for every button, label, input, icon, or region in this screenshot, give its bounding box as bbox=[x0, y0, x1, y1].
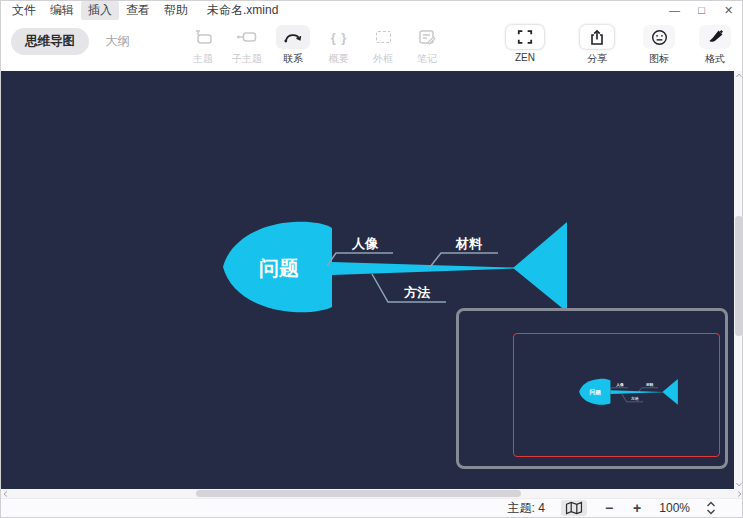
menu-help[interactable]: 帮助 bbox=[157, 1, 195, 20]
smiley-icon bbox=[643, 25, 675, 49]
boundary-label: 外框 bbox=[373, 52, 393, 66]
scroll-up-icon[interactable] bbox=[736, 73, 742, 78]
menu-bar: 文件 编辑 插入 查看 帮助 未命名.xmind — □ ✕ bbox=[1, 1, 742, 20]
toolbar: 思维导图 大纲 主题 子主题 bbox=[1, 20, 742, 71]
boundary-button: 外框 bbox=[361, 25, 405, 66]
mindmap-canvas[interactable]: 问题 人像 材料 方法 bbox=[1, 71, 734, 489]
summary-button: { } 概要 bbox=[317, 25, 361, 66]
root-topic-label[interactable]: 问题 bbox=[259, 257, 299, 279]
menu-file[interactable]: 文件 bbox=[5, 1, 43, 20]
share-button[interactable]: 分享 bbox=[575, 25, 619, 66]
maximize-button[interactable]: □ bbox=[688, 1, 715, 20]
subtopic-label: 子主题 bbox=[232, 52, 262, 66]
scroll-left-icon[interactable] bbox=[3, 491, 8, 497]
zen-label: ZEN bbox=[515, 52, 535, 63]
topic-icon bbox=[189, 25, 217, 49]
format-button[interactable]: 格式 bbox=[693, 25, 737, 66]
icons-label: 图标 bbox=[649, 52, 669, 66]
share-label: 分享 bbox=[587, 52, 607, 66]
xmind-window: 文件 编辑 插入 查看 帮助 未命名.xmind — □ ✕ 思维导图 大纲 主… bbox=[0, 0, 743, 518]
minimap-panel bbox=[456, 308, 728, 469]
share-icon bbox=[580, 25, 614, 49]
horizontal-scrollbar[interactable] bbox=[1, 489, 743, 498]
minimap-fishbone bbox=[578, 378, 679, 405]
document-title: 未命名.xmind bbox=[201, 1, 284, 20]
menu-edit[interactable]: 编辑 bbox=[43, 1, 81, 20]
scroll-down-icon[interactable] bbox=[736, 482, 742, 487]
window-controls: — □ ✕ bbox=[661, 1, 742, 20]
minimize-button[interactable]: — bbox=[661, 1, 688, 20]
branch-label-1[interactable]: 人像 bbox=[351, 236, 379, 251]
vertical-scrollbar[interactable] bbox=[734, 71, 743, 489]
zen-icon bbox=[506, 25, 544, 49]
zoom-out-button[interactable]: − bbox=[603, 500, 615, 516]
fishbone-spine[interactable] bbox=[332, 262, 515, 275]
tab-mindmap[interactable]: 思维导图 bbox=[11, 28, 89, 55]
topic-count: 主题: 4 bbox=[508, 500, 545, 517]
summary-icon: { } bbox=[325, 25, 353, 49]
icons-button[interactable]: 图标 bbox=[637, 25, 681, 66]
notes-label: 笔记 bbox=[417, 52, 437, 66]
subtopic-icon bbox=[233, 25, 261, 49]
relationship-label: 联系 bbox=[283, 52, 303, 66]
chevron-up-down-icon bbox=[706, 501, 716, 515]
topic-label: 主题 bbox=[193, 52, 213, 66]
fishbone-tail[interactable] bbox=[513, 222, 567, 312]
menu-insert[interactable]: 插入 bbox=[81, 1, 119, 20]
paintbrush-icon bbox=[699, 25, 731, 49]
branch-label-2[interactable]: 材料 bbox=[455, 236, 483, 251]
minimap-toggle-button[interactable] bbox=[561, 500, 587, 516]
fit-zoom-button[interactable] bbox=[706, 501, 716, 515]
branch-label-3[interactable]: 方法 bbox=[403, 285, 431, 300]
topic-button: 主题 bbox=[181, 25, 225, 66]
map-icon bbox=[565, 501, 583, 515]
horizontal-scroll-thumb[interactable] bbox=[196, 490, 521, 497]
zoom-in-button[interactable]: + bbox=[631, 500, 643, 516]
relationship-icon bbox=[276, 25, 310, 49]
close-button[interactable]: ✕ bbox=[715, 1, 742, 20]
tab-outline[interactable]: 大纲 bbox=[101, 28, 134, 55]
vertical-scroll-thumb[interactable] bbox=[735, 216, 743, 336]
status-bar: 主题: 4 − + 100% bbox=[1, 498, 743, 518]
zen-button[interactable]: ZEN bbox=[503, 25, 547, 63]
scroll-right-icon[interactable] bbox=[737, 491, 742, 497]
relationship-button[interactable]: 联系 bbox=[271, 25, 315, 66]
boundary-icon bbox=[369, 25, 397, 49]
subtopic-button: 子主题 bbox=[225, 25, 269, 66]
view-tabs: 思维导图 大纲 bbox=[11, 28, 134, 55]
summary-label: 概要 bbox=[329, 52, 349, 66]
notes-icon bbox=[413, 25, 441, 49]
zoom-level: 100% bbox=[659, 501, 690, 515]
format-label: 格式 bbox=[705, 52, 725, 66]
menu-view[interactable]: 查看 bbox=[119, 1, 157, 20]
notes-button: 笔记 bbox=[405, 25, 449, 66]
